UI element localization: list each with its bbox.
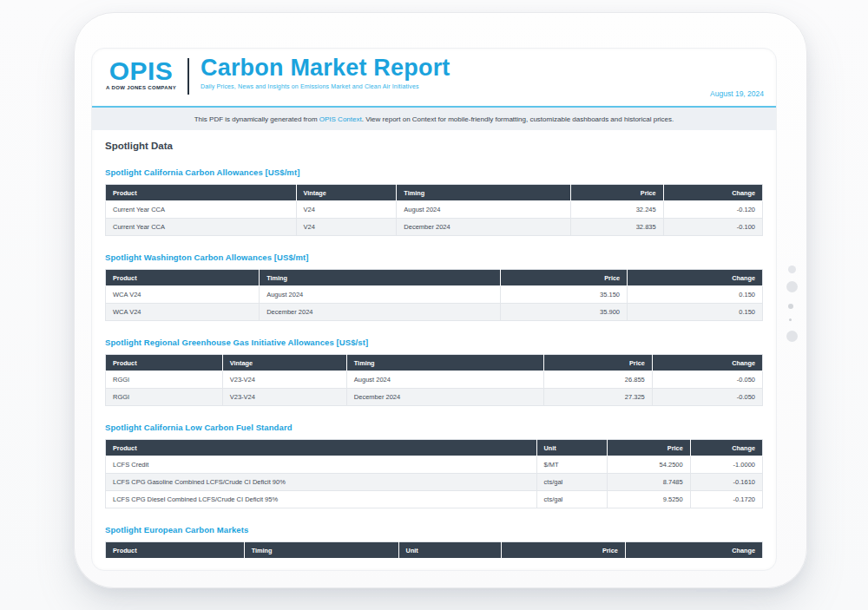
table-cell: 9.5250: [607, 491, 690, 508]
pdf-body: Spotlight Data Spotlight California Carb…: [92, 130, 776, 559]
connector-slot-right: [727, 589, 753, 592]
report-date: August 19, 2024: [710, 89, 764, 98]
column-header: Product: [106, 440, 537, 456]
table-cell: 8.7485: [607, 474, 690, 491]
table-cell: cts/gal: [536, 474, 607, 491]
table-cell: December 2024: [260, 304, 501, 321]
table-header-row: ProductVintageTimingPriceChange: [106, 185, 763, 201]
column-header: Price: [570, 185, 663, 201]
table-cell: December 2024: [397, 219, 571, 236]
logo-divider: [187, 58, 189, 95]
table-cell: 32.245: [570, 201, 663, 219]
section-heading: Spotlight California Low Carbon Fuel Sta…: [105, 423, 763, 432]
column-header: Price: [500, 270, 627, 286]
camera-dot-icon: [788, 266, 796, 273]
report-header: OPIS A DOW JONES COMPANY Carbon Market R…: [92, 49, 776, 106]
camera-lens2-icon: [786, 331, 798, 342]
table-cell: December 2024: [346, 389, 543, 406]
table-cell: RGGI: [106, 371, 223, 389]
table-row: WCA V24August 202435.1500.150: [106, 286, 763, 304]
table-cell: 27.325: [543, 389, 652, 406]
column-header: Timing: [260, 270, 501, 286]
table-cell: 26.855: [543, 371, 652, 389]
mic-dot-icon: [789, 318, 792, 321]
table-cell: 0.150: [628, 304, 763, 321]
sensor-dot-icon: [788, 304, 793, 309]
table-cell: August 2024: [260, 286, 501, 304]
page-background: OPIS A DOW JONES COMPANY Carbon Market R…: [0, 0, 868, 610]
table-row: RGGIV23-V24August 202426.855-0.050: [106, 371, 763, 389]
spotlight-section: Spotlight European Carbon MarketsProduct…: [105, 525, 763, 559]
spotlight-section: Spotlight California Carbon Allowances […: [105, 167, 763, 236]
notice-bar: This PDF is dynamically generated from O…: [92, 108, 776, 130]
column-header: Price: [543, 355, 652, 371]
table-row: Current Year CCAV24December 202432.835-0…: [106, 219, 763, 236]
spotlight-section: Spotlight California Low Carbon Fuel Sta…: [105, 423, 763, 508]
table-row: RGGIV23-V24December 202427.325-0.050: [106, 389, 763, 406]
column-header: Timing: [346, 355, 543, 371]
table-cell: V23-V24: [222, 389, 346, 406]
section-heading: Spotlight California Carbon Allowances […: [105, 167, 763, 177]
table-header-row: ProductTimingPriceChange: [106, 270, 763, 286]
spotlight-sections: Spotlight California Carbon Allowances […: [105, 167, 763, 559]
spotlight-section: Spotlight Washington Carbon Allowances […: [105, 253, 763, 321]
table-cell: -0.120: [663, 201, 762, 219]
tablet-screen: OPIS A DOW JONES COMPANY Carbon Market R…: [91, 48, 777, 571]
price-table: ProductTimingUnitPriceChange: [105, 541, 763, 559]
spotlight-section: Spotlight Regional Greenhouse Gas Initia…: [105, 338, 763, 406]
table-cell: V23-V24: [222, 371, 346, 389]
table-cell: -0.1610: [690, 474, 762, 491]
table-row: LCFS CPG Diesel Combined LCFS/Crude CI D…: [106, 491, 763, 508]
table-cell: LCFS CPG Diesel Combined LCFS/Crude CI D…: [106, 491, 537, 508]
table-cell: RGGI: [106, 389, 223, 406]
table-cell: LCFS CPG Gasoline Combined LCFS/Crude CI…: [106, 474, 537, 491]
table-header-row: ProductVintageTimingPriceChange: [106, 355, 763, 371]
column-header: Price: [607, 440, 690, 456]
table-cell: August 2024: [346, 371, 543, 389]
opis-context-link[interactable]: OPIS Context: [319, 115, 362, 123]
column-header: Change: [628, 270, 763, 286]
table-cell: $/MT: [536, 456, 607, 474]
table-cell: -0.1720: [690, 491, 762, 508]
column-header: Product: [106, 542, 245, 559]
table-cell: WCA V24: [106, 286, 260, 304]
section-heading: Spotlight Regional Greenhouse Gas Initia…: [105, 338, 763, 347]
table-cell: -1.0000: [690, 456, 762, 474]
notice-text-before: This PDF is dynamically generated from: [194, 115, 319, 123]
column-header: Product: [106, 185, 297, 201]
column-header: Change: [663, 185, 762, 201]
column-header: Product: [106, 355, 223, 371]
column-header: Change: [690, 440, 762, 456]
table-cell: August 2024: [397, 201, 571, 219]
camera-lens-icon: [786, 281, 798, 292]
table-row: LCFS Credit$/MT54.2500-1.0000: [106, 456, 763, 474]
table-cell: -0.050: [652, 371, 762, 389]
table-cell: 32.835: [570, 219, 663, 236]
table-cell: 35.150: [500, 286, 627, 304]
report-subtitle: Daily Prices, News and Insights on Emiss…: [201, 83, 450, 89]
opis-logo-text: OPIS: [109, 58, 174, 83]
table-cell: 35.900: [500, 304, 627, 321]
table-row: LCFS CPG Gasoline Combined LCFS/Crude CI…: [106, 474, 763, 491]
title-block: Carbon Market Report Daily Prices, News …: [201, 56, 450, 89]
notice-text-after: . View report on Context for mobile-frie…: [362, 115, 674, 123]
price-table: ProductUnitPriceChangeLCFS Credit$/MT54.…: [105, 439, 763, 508]
table-row: WCA V24December 202435.9000.150: [106, 304, 763, 321]
table-cell: cts/gal: [536, 491, 607, 508]
table-cell: -0.100: [663, 219, 762, 236]
price-table: ProductVintageTimingPriceChangeRGGIV23-V…: [105, 354, 763, 406]
column-header: Timing: [244, 542, 398, 559]
table-cell: 0.150: [628, 286, 763, 304]
section-heading: Spotlight Washington Carbon Allowances […: [105, 253, 763, 262]
table-row: Current Year CCAV24August 202432.245-0.1…: [106, 201, 763, 219]
tablet-device: OPIS A DOW JONES COMPANY Carbon Market R…: [74, 12, 807, 588]
table-cell: LCFS Credit: [106, 456, 537, 474]
column-header: Unit: [536, 440, 607, 456]
column-header: Vintage: [222, 355, 346, 371]
column-header: Unit: [398, 542, 502, 559]
table-header-row: ProductUnitPriceChange: [106, 440, 763, 456]
column-header: Vintage: [296, 185, 397, 201]
table-cell: V24: [296, 219, 397, 236]
report-title: Carbon Market Report: [201, 56, 450, 80]
column-header: Product: [106, 270, 260, 286]
